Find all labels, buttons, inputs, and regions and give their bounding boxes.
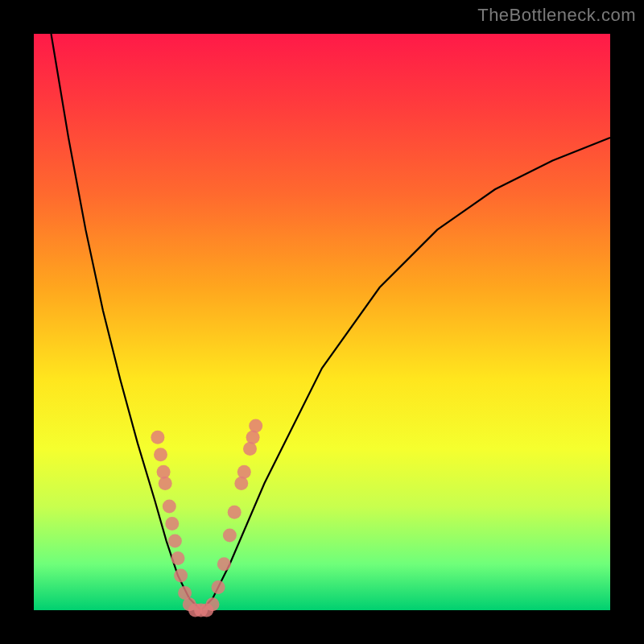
sample-dot xyxy=(237,465,251,479)
sample-dot xyxy=(163,500,176,514)
sample-dot xyxy=(157,465,171,479)
sample-dot xyxy=(217,557,231,571)
plot-area xyxy=(34,34,610,610)
bottleneck-curve xyxy=(52,34,611,610)
sample-dot xyxy=(206,597,220,611)
sample-dot xyxy=(165,517,179,530)
sample-dot xyxy=(174,569,188,583)
sample-dot xyxy=(249,419,262,432)
sample-dot xyxy=(154,448,167,461)
sample-dots xyxy=(151,419,262,617)
sample-dot xyxy=(223,528,237,542)
sample-dot xyxy=(159,477,172,490)
sample-dot xyxy=(246,431,260,444)
sample-dot xyxy=(228,506,242,519)
chart-frame: TheBottleneck.com xyxy=(0,0,644,644)
sample-dot xyxy=(234,477,248,490)
sample-dot xyxy=(171,551,185,565)
sample-dot xyxy=(243,442,257,456)
watermark-text: TheBottleneck.com xyxy=(477,5,636,26)
sample-dot xyxy=(151,431,164,444)
curve-layer xyxy=(34,34,610,610)
sample-dot xyxy=(168,535,182,548)
sample-dot xyxy=(212,580,225,594)
